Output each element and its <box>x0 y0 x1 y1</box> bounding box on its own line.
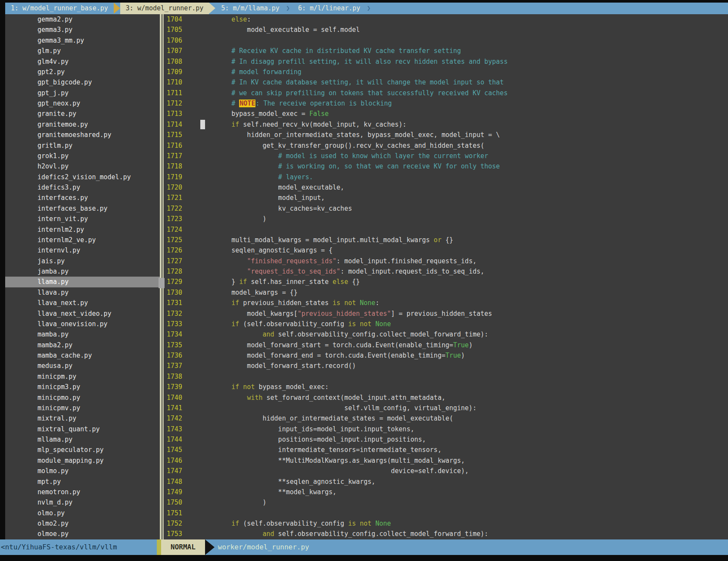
sidebar-file-granite.py[interactable]: granite.py <box>5 109 160 119</box>
code-line-1712[interactable]: 1712 # NOTE: The receive operation is bl… <box>164 98 728 109</box>
sidebar-file-llama.py[interactable]: llama.py <box>5 277 160 287</box>
sidebar-file-gemma3.py[interactable]: gemma3.py <box>5 25 160 35</box>
sidebar-file-granitemoeshared.py[interactable]: granitemoeshared.py <box>5 130 160 140</box>
code-line-1713[interactable]: 1713 bypass_model_exec = False <box>164 109 728 119</box>
code-line-1716[interactable]: 1716 get_kv_transfer_group().recv_kv_cac… <box>164 140 728 151</box>
sidebar-file-grok1.py[interactable]: grok1.py <box>5 151 160 161</box>
code-line-1724[interactable]: 1724 <box>164 224 728 235</box>
sidebar-file-mixtral.py[interactable]: mixtral.py <box>5 413 160 424</box>
scrollbar-thumb[interactable] <box>159 278 165 288</box>
sidebar-file-minicpmo.py[interactable]: minicpmo.py <box>5 393 160 403</box>
sidebar-file-mlp_speculator.py[interactable]: mlp_speculator.py <box>5 445 160 455</box>
sidebar-file-internvl.py[interactable]: internvl.py <box>5 245 160 256</box>
sidebar-file-molmo.py[interactable]: molmo.py <box>5 466 160 476</box>
tab-buffer-1[interactable]: 1: w/model_runner_base.py <box>5 3 114 14</box>
code-editor[interactable]: 1704 else:1705 model_executable = self.m… <box>164 14 728 539</box>
code-line-1736[interactable]: 1736 model_forward_end = torch.cuda.Even… <box>164 350 728 361</box>
sidebar-file-llava_onevision.py[interactable]: llava_onevision.py <box>5 319 160 329</box>
sidebar-file-gpt_j.py[interactable]: gpt_j.py <box>5 88 160 98</box>
code-line-1717[interactable]: 1717 # model is used to know which layer… <box>164 151 728 161</box>
code-line-1744[interactable]: 1744 positions=model_input.input_positio… <box>164 434 728 445</box>
code-line-1720[interactable]: 1720 model_executable, <box>164 182 728 193</box>
sidebar-file-medusa.py[interactable]: medusa.py <box>5 361 160 371</box>
sidebar-file-intern_vit.py[interactable]: intern_vit.py <box>5 214 160 224</box>
code-line-1705[interactable]: 1705 model_executable = self.model <box>164 25 728 35</box>
code-line-1704[interactable]: 1704 else: <box>164 14 728 25</box>
sidebar-file-gpt2.py[interactable]: gpt2.py <box>5 67 160 77</box>
sidebar-file-llava_next.py[interactable]: llava_next.py <box>5 298 160 308</box>
sidebar-file-mamba.py[interactable]: mamba.py <box>5 329 160 340</box>
sidebar-file-interfaces_base.py[interactable]: interfaces_base.py <box>5 203 160 214</box>
sidebar-file-jais.py[interactable]: jais.py <box>5 256 160 266</box>
code-line-1725[interactable]: 1725 multi_modal_kwargs = model_input.mu… <box>164 235 728 245</box>
code-line-1742[interactable]: 1742 hidden_or_intermediate_states = mod… <box>164 413 728 424</box>
sidebar-file-nemotron.py[interactable]: nemotron.py <box>5 487 160 497</box>
code-line-1723[interactable]: 1723 ) <box>164 214 728 224</box>
code-line-1721[interactable]: 1721 model_input, <box>164 193 728 203</box>
code-line-1753[interactable]: 1753 and self.observability_config.colle… <box>164 529 728 539</box>
code-line-1719[interactable]: 1719 # layers. <box>164 172 728 182</box>
code-line-1710[interactable]: 1710 # In KV cache database setting, it … <box>164 77 728 87</box>
code-line-1740[interactable]: 1740 with set_forward_context(model_inpu… <box>164 393 728 403</box>
sidebar-file-mamba2.py[interactable]: mamba2.py <box>5 340 160 350</box>
code-line-1730[interactable]: 1730 model_kwargs = {} <box>164 287 728 298</box>
code-line-1741[interactable]: 1741 self.vllm_config, virtual_engine): <box>164 403 728 413</box>
sidebar-file-mixtral_quant.py[interactable]: mixtral_quant.py <box>5 424 160 434</box>
sidebar-file-nvlm_d.py[interactable]: nvlm_d.py <box>5 497 160 508</box>
code-line-1731[interactable]: 1731 if previous_hidden_states is not No… <box>164 298 728 308</box>
code-line-1707[interactable]: 1707 # Receive KV cache in distributed K… <box>164 46 728 56</box>
code-line-1718[interactable]: 1718 # is working on, so that we can rec… <box>164 161 728 171</box>
code-line-1729[interactable]: 1729 } if self.has_inner_state else {} <box>164 277 728 287</box>
code-line-1745[interactable]: 1745 intermediate_tensors=intermediate_t… <box>164 445 728 455</box>
code-line-1750[interactable]: 1750 ) <box>164 497 728 508</box>
code-line-1727[interactable]: 1727 "finished_requests_ids": model_inpu… <box>164 256 728 266</box>
code-line-1733[interactable]: 1733 if (self.observability_config is no… <box>164 319 728 329</box>
code-line-1749[interactable]: 1749 **model_kwargs, <box>164 487 728 497</box>
code-line-1732[interactable]: 1732 model_kwargs["previous_hidden_state… <box>164 309 728 319</box>
code-line-1739[interactable]: 1739 if not bypass_model_exec: <box>164 382 728 392</box>
code-line-1746[interactable]: 1746 **MultiModalKwargs.as_kwargs(multi_… <box>164 455 728 466</box>
sidebar-file-minicpm.py[interactable]: minicpm.py <box>5 371 160 382</box>
sidebar-file-gritlm.py[interactable]: gritlm.py <box>5 140 160 151</box>
sidebar-file-module_mapping.py[interactable]: module_mapping.py <box>5 455 160 466</box>
code-line-1708[interactable]: 1708 # In disagg prefill setting, it wil… <box>164 56 728 67</box>
code-line-1711[interactable]: 1711 # we can skip prefilling on tokens … <box>164 88 728 98</box>
sidebar-file-granitemoe.py[interactable]: granitemoe.py <box>5 119 160 130</box>
sidebar-file-gemma3_mm.py[interactable]: gemma3_mm.py <box>5 35 160 46</box>
code-line-1734[interactable]: 1734 and self.observability_config.colle… <box>164 329 728 340</box>
code-line-1715[interactable]: 1715 hidden_or_intermediate_states, bypa… <box>164 130 728 140</box>
sidebar-file-gpt_neox.py[interactable]: gpt_neox.py <box>5 98 160 109</box>
code-line-1709[interactable]: 1709 # model forwarding <box>164 67 728 77</box>
sidebar-file-internlm2.py[interactable]: internlm2.py <box>5 224 160 235</box>
code-line-1747[interactable]: 1747 device=self.device), <box>164 466 728 476</box>
code-line-1743[interactable]: 1743 input_ids=model_input.input_tokens, <box>164 424 728 434</box>
code-line-1706[interactable]: 1706 <box>164 35 728 46</box>
code-line-1714[interactable]: 1714 if self.need_recv_kv(model_input, k… <box>164 119 728 130</box>
code-line-1751[interactable]: 1751 <box>164 508 728 518</box>
sidebar-file-llava_next_video.py[interactable]: llava_next_video.py <box>5 309 160 319</box>
sidebar-file-olmo2.py[interactable]: olmo2.py <box>5 518 160 529</box>
sidebar-file-gemma2.py[interactable]: gemma2.py <box>5 14 160 25</box>
sidebar-file-h2ovl.py[interactable]: h2ovl.py <box>5 161 160 171</box>
code-line-1752[interactable]: 1752 if (self.observability_config is no… <box>164 518 728 529</box>
sidebar-file-glm4v.py[interactable]: glm4v.py <box>5 56 160 67</box>
sidebar-file-mllama.py[interactable]: mllama.py <box>5 434 160 445</box>
code-line-1726[interactable]: 1726 seqlen_agnostic_kwargs = { <box>164 245 728 256</box>
window-split-divider[interactable] <box>160 14 164 539</box>
code-line-1728[interactable]: 1728 "request_ids_to_seq_ids": model_inp… <box>164 266 728 277</box>
sidebar-file-mpt.py[interactable]: mpt.py <box>5 477 160 487</box>
sidebar-file-idefics3.py[interactable]: idefics3.py <box>5 182 160 193</box>
code-line-1748[interactable]: 1748 **seqlen_agnostic_kwargs, <box>164 477 728 487</box>
sidebar-file-idefics2_vision_model.py[interactable]: idefics2_vision_model.py <box>5 172 160 182</box>
sidebar-file-minicpmv.py[interactable]: minicpmv.py <box>5 403 160 413</box>
code-line-1738[interactable]: 1738 <box>164 371 728 382</box>
sidebar-file-olmo.py[interactable]: olmo.py <box>5 508 160 518</box>
tab-buffer-6[interactable]: 6: m/l/linear.py <box>292 3 366 14</box>
code-line-1737[interactable]: 1737 model_forward_start.record() <box>164 361 728 371</box>
sidebar-file-mamba_cache.py[interactable]: mamba_cache.py <box>5 350 160 361</box>
sidebar-file-interfaces.py[interactable]: interfaces.py <box>5 193 160 203</box>
tab-buffer-3[interactable]: 3: w/model_runner.py <box>120 3 209 14</box>
sidebar-file-gpt_bigcode.py[interactable]: gpt_bigcode.py <box>5 77 160 87</box>
sidebar-file-jamba.py[interactable]: jamba.py <box>5 266 160 277</box>
sidebar-file-internlm2_ve.py[interactable]: internlm2_ve.py <box>5 235 160 245</box>
